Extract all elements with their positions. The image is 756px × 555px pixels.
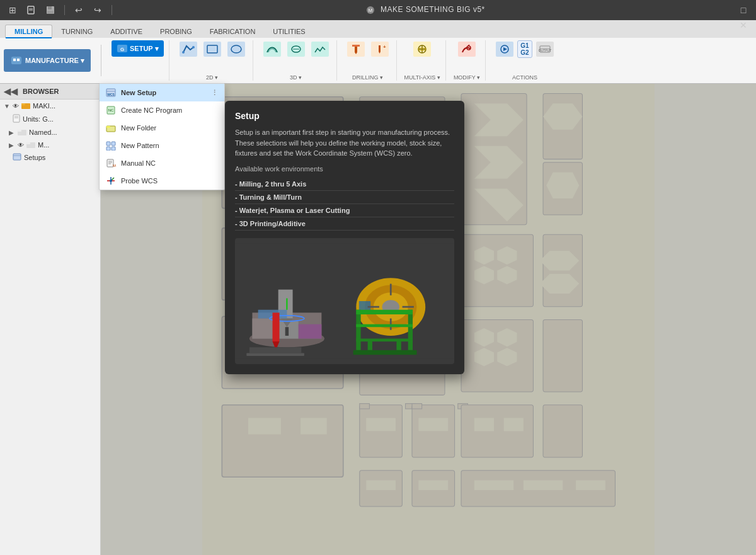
close-button[interactable]: ✕ (736, 18, 751, 33)
svg-marker-121 (546, 172, 579, 198)
svg-rect-162 (412, 404, 422, 409)
svg-rect-154 (248, 418, 281, 435)
svg-point-67 (110, 180, 112, 182)
svg-rect-165 (474, 418, 494, 432)
svg-rect-92 (246, 353, 304, 356)
actions-group-label: ACTIONS (512, 74, 537, 81)
browser-item-named[interactable]: ▶ Named... (0, 126, 100, 139)
setup-button[interactable]: G SETUP ▾ (112, 40, 164, 57)
env-item-0: - Milling, 2 thru 5 Axis (235, 178, 454, 191)
svg-text:+: + (383, 44, 386, 50)
svg-rect-76 (285, 327, 289, 336)
app-title: M MAKE SOMETHING BIG v5* (365, 5, 485, 15)
3d-pocket-btn[interactable] (285, 40, 307, 58)
dropdown-new-folder[interactable]: New Folder (100, 119, 224, 137)
3d-adaptive-btn[interactable] (261, 40, 284, 58)
svg-rect-45 (26, 142, 30, 144)
modify-btn[interactable] (455, 40, 478, 58)
new-folder-icon (106, 123, 116, 133)
new-pattern-icon (106, 140, 116, 151)
svg-text:M: M (113, 164, 116, 168)
actions-post-btn[interactable]: OUTPUT (534, 40, 556, 58)
browser-item-root[interactable]: ▼ 👁 MAKI... (0, 100, 100, 112)
tab-additive[interactable]: ADDITIVE (101, 25, 151, 38)
browser-item-m[interactable]: ▶ 👁 M... (0, 139, 100, 151)
back-arrow-icon[interactable]: ◀◀ (4, 86, 18, 96)
svg-rect-54 (106, 126, 110, 128)
browser-item-setups[interactable]: Setups (0, 151, 100, 164)
svg-rect-57 (106, 147, 110, 151)
browser-item-units[interactable]: Units: G... (0, 112, 100, 126)
multiaxis-btn[interactable] (411, 40, 433, 58)
svg-rect-73 (299, 324, 322, 338)
drilling-buttons: + (345, 40, 391, 58)
svg-rect-99 (396, 341, 401, 350)
2d-face-btn[interactable] (225, 40, 248, 58)
3d-group-label: 3D ▾ (290, 74, 302, 81)
ribbon-group-drilling: + DRILLING ▾ (340, 40, 397, 81)
2d-pocket-btn[interactable] (201, 40, 224, 58)
drilling-btn[interactable] (345, 40, 367, 58)
svg-rect-100 (353, 350, 417, 354)
svg-rect-153 (222, 405, 343, 477)
svg-rect-161 (418, 418, 448, 432)
svg-rect-8 (11, 57, 21, 64)
svg-rect-157 (366, 418, 396, 432)
g1g2-button[interactable]: G1G2 (517, 40, 532, 58)
help-panel-description: Setup is an important first step in star… (235, 127, 454, 159)
svg-rect-16 (209, 47, 215, 51)
eye-icon: 👁 (13, 103, 19, 110)
3d-buttons (261, 40, 331, 58)
svg-rect-94 (408, 309, 413, 350)
dropdown-new-pattern-label: New Pattern (121, 142, 159, 149)
svg-rect-71 (252, 318, 275, 338)
setup-buttons: G SETUP ▾ (112, 40, 164, 57)
tab-fabrication[interactable]: FABRICATION (201, 25, 265, 38)
svg-point-13 (182, 51, 185, 54)
undo-button[interactable]: ↩ (71, 3, 86, 18)
dropdown-new-setup[interactable]: WCS New Setup ⋮ (100, 84, 224, 101)
svg-rect-43 (18, 130, 21, 132)
tab-utilities[interactable]: UTILITIES (264, 25, 314, 38)
browser-header: ◀◀ BROWSER (0, 84, 100, 100)
tab-turning[interactable]: TURNING (52, 25, 101, 38)
dropdown-create-nc[interactable]: NC Create NC Program (100, 101, 224, 119)
svg-text:WCS: WCS (107, 93, 115, 96)
svg-rect-4 (48, 6, 52, 9)
drill-plus-btn[interactable]: + (369, 40, 391, 58)
svg-rect-144 (543, 234, 582, 306)
title-bar-right: ─ □ ✕ (736, 0, 751, 33)
dropdown-manual-nc[interactable]: M Manual NC (100, 154, 224, 172)
modify-group-label: MODIFY ▾ (454, 74, 480, 81)
browser-item-root-label: MAKI... (33, 102, 55, 110)
dropdown-probe-wcs[interactable]: Probe WCS (100, 172, 224, 190)
tab-milling[interactable]: MILLING (5, 25, 52, 38)
svg-rect-167 (543, 405, 582, 457)
manufacture-button[interactable]: MANUFACTURE ▾ (4, 49, 91, 72)
svg-rect-5 (47, 11, 54, 14)
2d-group-label: 2D ▾ (206, 74, 218, 81)
dropdown-manual-nc-label: Manual NC (121, 159, 156, 167)
env-item-2: - Waterjet, Plasma or Laser Cutting (235, 204, 454, 217)
svg-text:G: G (120, 47, 124, 52)
maximize-button[interactable]: □ (736, 3, 751, 18)
folder-icon2 (18, 128, 26, 137)
help-panel: Setup Setup is an important first step i… (225, 101, 464, 374)
dropdown-new-pattern[interactable]: New Pattern (100, 137, 224, 154)
tab-probing[interactable]: PROBING (151, 25, 201, 38)
browser-item-units-label: Units: G... (23, 115, 54, 123)
svg-rect-166 (504, 418, 524, 432)
svg-rect-174 (524, 480, 563, 490)
drilling-group-label: DRILLING ▾ (352, 74, 383, 81)
svg-rect-95 (356, 309, 413, 314)
new-button[interactable] (24, 3, 39, 18)
3d-contour-btn[interactable] (309, 40, 331, 58)
svg-rect-97 (356, 338, 413, 341)
2d-contour-btn[interactable] (177, 40, 200, 58)
apps-button[interactable]: ⊞ (5, 3, 20, 18)
svg-rect-22 (352, 45, 360, 47)
svg-point-17 (231, 45, 241, 53)
save-button[interactable] (43, 3, 58, 18)
actions-simulate-btn[interactable] (493, 40, 516, 58)
redo-button[interactable]: ↪ (90, 3, 105, 18)
